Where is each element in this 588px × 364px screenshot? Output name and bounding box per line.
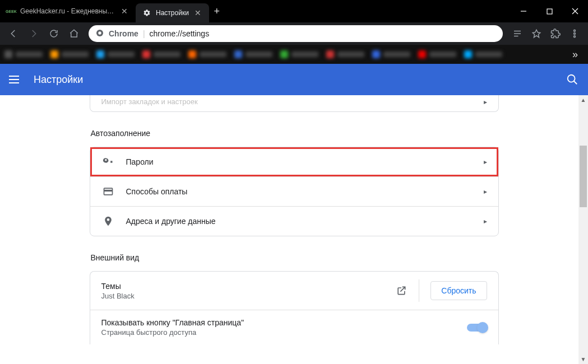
appearance-card: Темы Just Black Сбросить Показывать кноп…	[90, 271, 499, 344]
passwords-row[interactable]: Пароли ▸	[90, 147, 498, 176]
scroll-down-icon[interactable]: ▼	[578, 354, 588, 364]
home-button-sub: Страница быстрого доступа	[101, 328, 467, 337]
omnibox-chip: Chrome	[109, 29, 138, 38]
bookmark-item[interactable]	[326, 50, 364, 58]
back-button[interactable]	[4, 25, 22, 43]
search-icon[interactable]	[566, 73, 579, 86]
bookmarks-overflow-icon[interactable]: »	[572, 49, 584, 60]
bookmark-item[interactable]	[234, 50, 272, 58]
theme-row[interactable]: Темы Just Black Сбросить	[90, 272, 498, 310]
theme-label: Темы	[101, 282, 396, 291]
svg-point-12	[574, 36, 576, 38]
reset-theme-button[interactable]: Сбросить	[430, 281, 487, 300]
row-label: Пароли	[126, 157, 484, 166]
bookmark-item[interactable]	[96, 50, 135, 58]
svg-point-10	[574, 30, 576, 31]
tab-strip: GEEK GeekHacker.ru - Ежедневный жу ✕ Нас…	[0, 0, 511, 22]
chrome-page-icon	[95, 29, 104, 39]
row-label: Адреса и другие данные	[126, 217, 484, 226]
theme-label-group: Темы Just Black	[101, 282, 396, 300]
open-external-icon[interactable]	[395, 284, 408, 297]
chevron-right-icon: ▸	[484, 98, 487, 106]
tab-label: Настройки	[156, 9, 189, 17]
bookmark-item[interactable]	[188, 50, 226, 58]
autofill-card: Пароли ▸ Способы оплаты ▸ Адреса и други…	[90, 147, 499, 236]
extensions-icon[interactable]	[547, 25, 564, 43]
home-button-toggle[interactable]	[467, 324, 487, 332]
bookmark-star-icon[interactable]	[527, 25, 545, 43]
omnibox-url: chrome://settings	[150, 29, 210, 38]
chevron-right-icon: ▸	[484, 188, 487, 195]
import-card: Импорт закладок и настроек ▸	[90, 95, 499, 112]
theme-value: Just Black	[101, 292, 396, 300]
svg-marker-9	[533, 30, 540, 38]
key-icon	[101, 155, 115, 169]
new-tab-button[interactable]: +	[209, 0, 225, 22]
address-bar[interactable]: Chrome | chrome://settings	[89, 25, 503, 42]
omnibox-divider: |	[143, 29, 145, 38]
bookmark-item[interactable]	[142, 50, 180, 58]
svg-rect-1	[547, 9, 552, 14]
bookmark-item[interactable]	[50, 50, 89, 58]
forward-button[interactable]	[25, 25, 43, 43]
scrollbar-thumb[interactable]	[580, 146, 587, 207]
bookmark-item[interactable]	[418, 50, 456, 58]
home-button-label: Показывать кнопку "Главная страница"	[101, 318, 467, 327]
appearance-section-title: Внешний вид	[91, 253, 499, 262]
chevron-right-icon: ▸	[484, 217, 487, 225]
browser-toolbar: Chrome | chrome://settings	[0, 22, 588, 45]
favicon-geek: GEEK	[7, 7, 16, 16]
tab-close-icon[interactable]: ✕	[193, 8, 202, 17]
menu-hamburger-icon[interactable]	[9, 73, 22, 86]
import-bookmarks-row[interactable]: Импорт закладок и настроек ▸	[90, 95, 498, 111]
credit-card-icon	[101, 185, 115, 198]
autofill-section-title: Автозаполнение	[91, 129, 499, 138]
import-label: Импорт закладок и настроек	[101, 97, 484, 106]
settings-title: Настройки	[34, 74, 566, 86]
window-controls	[511, 0, 588, 22]
settings-header: Настройки	[0, 64, 588, 95]
tab-geekhacker[interactable]: GEEK GeekHacker.ru - Ежедневный жу ✕	[0, 0, 136, 22]
menu-icon[interactable]	[566, 25, 584, 43]
gear-icon	[142, 8, 151, 17]
reload-button[interactable]	[45, 25, 63, 43]
scrollbar-vertical[interactable]: ▲ ▼	[578, 95, 588, 364]
bookmark-item[interactable]	[280, 50, 318, 58]
divider	[419, 279, 419, 302]
tab-settings[interactable]: Настройки ✕	[136, 3, 209, 22]
payment-row[interactable]: Способы оплаты ▸	[90, 176, 498, 206]
location-pin-icon	[101, 214, 115, 228]
settings-content: ▲ ▼ Импорт закладок и настроек ▸ Автозап…	[0, 95, 588, 364]
tab-label: GeekHacker.ru - Ежедневный жу	[20, 7, 115, 15]
reading-list-icon[interactable]	[508, 25, 526, 43]
addresses-row[interactable]: Адреса и другие данные ▸	[90, 206, 498, 236]
chevron-right-icon: ▸	[484, 158, 487, 166]
bookmarks-bar: »	[0, 45, 588, 64]
window-titlebar: GEEK GeekHacker.ru - Ежедневный жу ✕ Нас…	[0, 0, 588, 22]
home-button[interactable]	[65, 25, 83, 43]
window-minimize-button[interactable]	[511, 0, 536, 22]
svg-point-13	[568, 75, 575, 82]
home-button-label-group: Показывать кнопку "Главная страница" Стр…	[101, 318, 467, 337]
svg-point-11	[574, 33, 576, 35]
home-button-row[interactable]: Показывать кнопку "Главная страница" Стр…	[90, 310, 498, 344]
bookmark-item[interactable]	[372, 50, 410, 58]
svg-point-5	[98, 31, 101, 34]
svg-line-14	[574, 81, 577, 85]
row-label: Способы оплаты	[126, 187, 484, 196]
bookmark-item[interactable]	[464, 50, 502, 58]
bookmark-item[interactable]	[4, 50, 43, 58]
window-maximize-button[interactable]	[536, 0, 562, 22]
scroll-up-icon[interactable]: ▲	[578, 95, 588, 105]
window-close-button[interactable]	[562, 0, 588, 22]
tab-close-icon[interactable]: ✕	[120, 7, 129, 16]
